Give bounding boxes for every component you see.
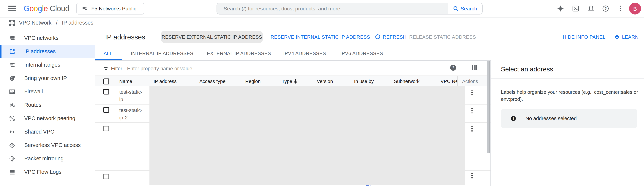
routes-icon <box>9 102 15 108</box>
column-header-actions: Actions <box>462 76 478 87</box>
help-icon[interactable]: ? <box>602 5 609 12</box>
notice-box: i No addresses selected. <box>501 109 637 128</box>
sidebar-item-label: Firewall <box>24 89 43 94</box>
column-header-name[interactable]: Name <box>119 76 132 87</box>
breadcrumb-page: IP addresses <box>62 20 93 26</box>
clipped-blue-link <box>366 185 371 186</box>
sidebar-item-label: Serverless VPC access <box>24 142 81 148</box>
column-header-type[interactable]: Type <box>282 76 292 87</box>
cloud-shell-icon[interactable] <box>572 5 579 12</box>
row-name[interactable]: test-static-ip-2 <box>119 107 145 121</box>
divider <box>491 78 644 78</box>
sidebar-item-ip-addresses[interactable]: IP addresses <box>0 45 95 58</box>
filter-input[interactable]: Enter property name or value <box>127 64 192 73</box>
column-header-in-use-by[interactable]: In use by <box>354 76 374 87</box>
row-checkbox[interactable] <box>103 107 109 113</box>
project-selector[interactable]: F5 Networks Public <box>76 2 144 14</box>
row-actions-icon[interactable] <box>472 173 473 179</box>
tab-internal-ip-addresses[interactable]: INTERNAL IP ADDRESSES <box>131 46 194 64</box>
column-header-version[interactable]: Version <box>317 76 333 87</box>
gemini-sparkle-icon[interactable] <box>557 5 564 12</box>
sidebar-item-vpc-network-peering[interactable]: VPC network peering <box>0 112 95 125</box>
search-button[interactable]: Search <box>448 3 482 14</box>
sidebar-item-internal-ranges[interactable]: Internal ranges <box>0 58 95 71</box>
logo-letter: o <box>34 4 38 13</box>
column-display-icon[interactable] <box>472 65 478 70</box>
release-static-address-button[interactable]: RELEASE STATIC ADDRESS <box>409 28 476 46</box>
reserve-external-static-ip-button[interactable]: RESERVE EXTERNAL STATIC IP ADDRESS <box>161 31 263 43</box>
shared-vpc-icon <box>9 129 15 135</box>
logo-letter: o <box>30 4 34 13</box>
column-header-region[interactable]: Region <box>245 76 260 87</box>
column-header-ip-address[interactable]: IP address <box>154 76 177 87</box>
row-checkbox[interactable] <box>103 126 109 131</box>
row-actions-icon[interactable] <box>472 90 473 95</box>
packet-mirroring-icon <box>9 156 15 161</box>
divider <box>464 63 464 72</box>
column-header-access-type[interactable]: Access type <box>200 76 226 87</box>
select-all-checkbox[interactable] <box>103 78 109 84</box>
learn-icon <box>614 34 620 40</box>
breadcrumb-bar: VPC Network / IP addresses <box>0 17 644 28</box>
tab-ipv6-addresses[interactable]: IPV6 ADDRESSES <box>340 46 383 64</box>
sidebar-item-serverless-vpc-access[interactable]: Serverless VPC access <box>0 138 95 152</box>
vertical-scrollbar[interactable] <box>487 61 490 153</box>
sidebar-item-bring-your-own-ip[interactable]: Bring your own IP <box>0 71 95 85</box>
sidebar-item-routes[interactable]: Routes <box>0 98 95 112</box>
avatar[interactable]: B <box>629 2 641 14</box>
sidebar-item-shared-vpc[interactable]: Shared VPC <box>0 125 95 138</box>
sidebar-item-packet-mirroring[interactable]: Packet mirroring <box>0 152 95 165</box>
search-icon <box>453 6 459 11</box>
sidebar-item-vpc-flow-logs[interactable]: VPC Flow Logs <box>0 165 95 179</box>
sidebar-item-label: IP addresses <box>24 48 56 54</box>
column-divider <box>457 76 458 86</box>
vpc-networks-icon <box>9 35 15 41</box>
info-panel: Select an address Labels help organize y… <box>490 60 644 186</box>
sort-descending-icon[interactable] <box>293 79 298 84</box>
column-header-subnetwork[interactable]: Subnetwork <box>394 76 420 87</box>
info-panel-description: Labels help organize your resources (e.g… <box>501 89 640 103</box>
tab-ipv4-addresses[interactable]: IPV4 ADDRESSES <box>283 46 326 64</box>
vpc-network-icon <box>8 19 16 26</box>
search-input[interactable] <box>217 3 448 14</box>
redacted-table-data <box>149 86 464 185</box>
filter-help-icon[interactable]: ? <box>450 65 456 71</box>
sidebar: VPC networks IP addresses Internal range… <box>0 28 96 186</box>
main-content: IP addresses RESERVE EXTERNAL STATIC IP … <box>96 28 644 186</box>
search-bar: Search <box>216 2 483 14</box>
row-actions-icon[interactable] <box>472 108 473 114</box>
row-name[interactable]: test-static-ip <box>119 89 145 103</box>
row-actions-icon[interactable] <box>472 126 473 132</box>
logo-cloud-text: Cloud <box>50 4 70 13</box>
logo-letter: l <box>42 4 44 13</box>
more-options-icon[interactable] <box>620 5 622 11</box>
refresh-button[interactable]: REFRESH <box>375 28 406 46</box>
tab-all[interactable]: ALL <box>104 46 112 64</box>
svg-text:?: ? <box>604 6 607 10</box>
firewall-icon <box>9 89 15 94</box>
project-name: F5 Networks Public <box>91 5 136 11</box>
hide-info-panel-button[interactable]: HIDE INFO PANEL <box>563 28 606 46</box>
logo-letter: G <box>24 4 30 13</box>
sidebar-item-label: Shared VPC <box>24 129 54 135</box>
avatar-initial: B <box>633 5 637 12</box>
filter-icon <box>103 65 109 70</box>
refresh-label: REFRESH <box>383 34 406 40</box>
reserve-internal-static-ip-button[interactable]: RESERVE INTERNAL STATIC IP ADDRESS <box>270 28 370 46</box>
breadcrumb-section[interactable]: VPC Network <box>19 20 52 26</box>
sidebar-item-firewall[interactable]: Firewall <box>0 85 95 98</box>
tab-external-ip-addresses[interactable]: EXTERNAL IP ADDRESSES <box>207 46 271 64</box>
info-icon: i <box>511 116 516 121</box>
row-checkbox[interactable] <box>103 174 109 179</box>
menu-icon[interactable] <box>8 5 16 11</box>
sidebar-item-vpc-networks[interactable]: VPC networks <box>0 31 95 45</box>
row-checkbox[interactable] <box>103 89 109 94</box>
refresh-icon <box>375 34 380 40</box>
search-button-label: Search <box>461 5 477 11</box>
column-header-vpc-network[interactable]: VPC Network <box>440 76 458 87</box>
learn-button[interactable]: LEARN <box>614 28 638 46</box>
filter-label[interactable]: Filter <box>111 64 122 73</box>
page-title: IP addresses <box>105 28 145 46</box>
sidebar-item-label: Packet mirroring <box>24 156 64 162</box>
notifications-icon[interactable] <box>588 5 594 12</box>
